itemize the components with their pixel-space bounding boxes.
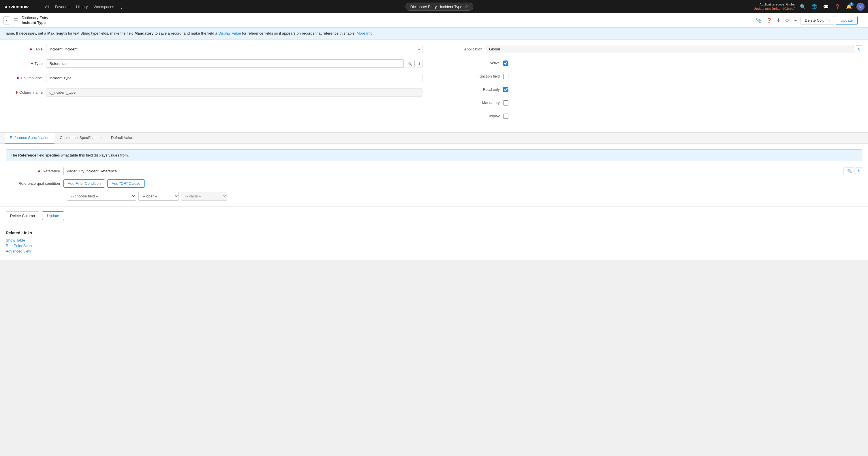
ref-qual-label: Reference qual condition: [6, 181, 63, 186]
app-scope-info: Application scope: Global Update set: De…: [753, 2, 795, 11]
nav-all[interactable]: All: [43, 3, 51, 10]
ref-info-after: field specifies what table this field di…: [37, 153, 129, 157]
active-checkbox[interactable]: [503, 61, 508, 66]
ref-info-bold: Reference: [18, 153, 36, 157]
reference-info-box: The Reference field specifies what table…: [6, 149, 862, 161]
application-row: Application ℹ: [445, 44, 862, 55]
tab-reference-specification[interactable]: Reference Specification: [5, 133, 55, 143]
type-info-icon-btn[interactable]: ℹ: [416, 60, 423, 67]
delete-column-bottom-button[interactable]: Delete Column: [6, 211, 39, 220]
column-name-row: ✱ Column name: [6, 87, 423, 98]
nav-history[interactable]: History: [74, 3, 90, 10]
more-info-link[interactable]: More Info: [357, 31, 373, 35]
reference-search-icon-btn[interactable]: 🔍: [845, 167, 855, 175]
application-input: [486, 45, 854, 53]
run-point-scan-link[interactable]: Run Point Scan: [6, 243, 862, 248]
info-text-after: for reference fields so it appears on re…: [242, 31, 355, 35]
display-checkbox[interactable]: [503, 113, 508, 119]
app-scope-label: Application scope: Global: [753, 2, 795, 7]
mandatory-label: Mandatory: [445, 101, 503, 105]
advanced-view-link[interactable]: Advanced view: [6, 249, 862, 253]
sub-title-line1: Dictionary Entry: [22, 15, 752, 21]
tabs-section: Reference Specification Choice List Spec…: [0, 132, 868, 206]
application-label: Application: [445, 47, 486, 51]
attachment-icon-btn[interactable]: 📎: [754, 16, 763, 25]
more-options-icon-btn[interactable]: ···: [792, 17, 799, 25]
form-left: ✱ Table Incident [incident] ✱ Type 🔍: [6, 44, 434, 125]
reference-input[interactable]: [63, 167, 843, 175]
table-select-wrapper: Incident [incident]: [46, 45, 423, 53]
notification-badge: 1: [849, 2, 854, 6]
title-pill[interactable]: Dictionary Entry - Incident Type ☆: [405, 3, 473, 11]
nav-center: Dictionary Entry - Incident Type ☆: [130, 3, 749, 11]
sub-title-line2: Incident Type: [22, 21, 752, 25]
delete-column-button[interactable]: Delete Column: [801, 16, 834, 25]
column-name-input: [46, 88, 423, 97]
application-input-wrapper: ℹ: [486, 45, 862, 53]
update-bottom-button[interactable]: Update: [42, 211, 64, 220]
reference-field-label: ✱ Reference: [6, 169, 63, 173]
add-icon-btn[interactable]: ✛: [775, 16, 782, 25]
display-label: Display: [445, 114, 503, 118]
reference-input-wrapper: 🔍 ℹ: [63, 167, 862, 175]
column-label-input[interactable]: [46, 74, 423, 82]
help-circle-icon-btn[interactable]: ❓: [765, 16, 773, 25]
type-search-icon-btn[interactable]: 🔍: [405, 60, 415, 67]
show-table-link[interactable]: Show Table: [6, 238, 862, 242]
user-avatar[interactable]: U: [857, 3, 865, 11]
notification-icon-btn[interactable]: 🔔 1: [845, 3, 853, 11]
search-icon-btn[interactable]: 🔍: [799, 3, 807, 11]
type-required-star: ✱: [31, 62, 33, 66]
table-select[interactable]: Incident [incident]: [46, 45, 423, 53]
table-required-star: ✱: [30, 47, 33, 51]
back-button[interactable]: ‹: [3, 17, 10, 25]
info-text-middle1: for text String type fields, make the fi…: [68, 31, 134, 35]
read-only-checkbox[interactable]: [503, 87, 508, 92]
nav-workspaces[interactable]: Workspaces: [91, 3, 116, 10]
logo[interactable]: servicenow: [3, 3, 38, 10]
update-button-top[interactable]: Update: [836, 16, 858, 25]
display-row: Display: [445, 111, 862, 121]
hamburger-menu[interactable]: ☰: [12, 16, 19, 25]
chat-icon-btn[interactable]: 💬: [822, 3, 830, 11]
display-value-link[interactable]: Display Value: [218, 31, 241, 35]
mandatory-checkbox[interactable]: [503, 100, 508, 105]
info-banner: name. If necessary, set a Max length for…: [0, 28, 868, 39]
oper-select[interactable]: -- oper --: [138, 192, 179, 201]
table-label: ✱ Table: [6, 47, 46, 51]
info-text-before: name. If necessary, set a: [5, 31, 47, 35]
related-links-section: Related Links Show Table Run Point Scan …: [0, 225, 868, 260]
sub-header-actions: 📎 ❓ ✛ ⚙ ··· Delete Column Update ↑: [754, 16, 865, 25]
column-label-label: ✱ Column label: [6, 76, 46, 80]
sub-header: ‹ ☰ Dictionary Entry Incident Type 📎 ❓ ✛…: [0, 13, 868, 28]
active-row: Active: [445, 59, 862, 68]
column-label-row: ✱ Column label: [6, 73, 423, 83]
add-or-clause-button[interactable]: Add "OR" Clause: [107, 179, 145, 188]
nav-more-dots[interactable]: ⋮: [118, 3, 125, 10]
function-field-checkbox[interactable]: [503, 74, 508, 79]
value-select[interactable]: -- value --: [181, 192, 227, 201]
tab-choice-list-specification[interactable]: Choice List Specification: [55, 133, 106, 143]
type-input-wrapper: 🔍 ℹ: [46, 59, 423, 68]
star-icon[interactable]: ☆: [465, 4, 468, 9]
svg-text:servicenow: servicenow: [3, 4, 29, 9]
tab-default-value[interactable]: Default Value: [106, 133, 138, 143]
choose-field-select[interactable]: -- choose field --: [67, 192, 136, 201]
tabs-bar: Reference Specification Choice List Spec…: [0, 133, 868, 143]
add-filter-condition-button[interactable]: Add Filter Condition: [63, 179, 105, 188]
condition-builder-row: -- choose field -- -- oper -- -- value -…: [67, 192, 862, 201]
globe-icon-btn[interactable]: 🌐: [810, 3, 818, 11]
type-label: ✱ Type: [6, 61, 46, 66]
type-input[interactable]: [46, 59, 404, 68]
application-info-btn[interactable]: ℹ: [856, 45, 862, 53]
ref-qual-condition-row: Reference qual condition Add Filter Cond…: [6, 179, 862, 188]
title-pill-text: Dictionary Entry - Incident Type: [410, 5, 462, 9]
reference-info-icon-btn[interactable]: ℹ: [856, 167, 862, 175]
help-icon-btn[interactable]: ❓: [833, 3, 841, 11]
settings-icon-btn[interactable]: ⚙: [783, 16, 790, 25]
form-right: Application ℹ Active Function field Read…: [434, 44, 862, 125]
expand-icon-btn[interactable]: ↑: [859, 17, 865, 25]
filter-buttons: Add Filter Condition Add "OR" Clause: [63, 179, 145, 188]
nav-favorites[interactable]: Favorites: [53, 3, 72, 10]
table-row: ✱ Table Incident [incident]: [6, 44, 423, 55]
